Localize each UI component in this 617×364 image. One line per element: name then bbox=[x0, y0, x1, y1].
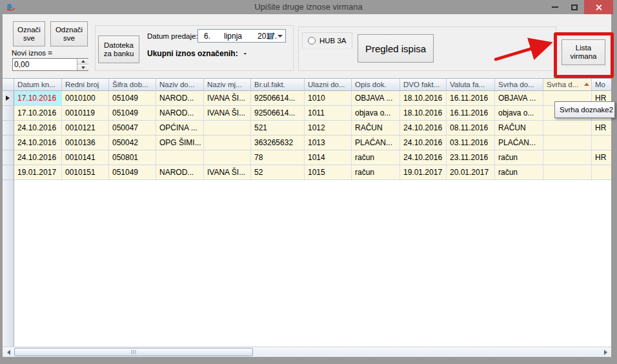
grid-cell[interactable]: RAČUN bbox=[352, 121, 400, 136]
grid-cell[interactable]: 19.01.2017 bbox=[14, 165, 62, 180]
grid-cell[interactable]: 0010136 bbox=[62, 136, 109, 150]
grid-cell[interactable]: objava o... bbox=[352, 106, 400, 121]
grid-cell[interactable]: IVANA ŠI... bbox=[204, 165, 251, 180]
grid-cell[interactable]: 24.10.2016 bbox=[400, 150, 447, 165]
column-header[interactable]: Br.ul.fakt. bbox=[251, 79, 305, 91]
grid-cell[interactable]: 1014 bbox=[305, 150, 352, 165]
grid-cell[interactable]: 16.11.2016 bbox=[447, 91, 495, 106]
column-header[interactable]: Ulazni do... bbox=[305, 79, 352, 91]
grid-cell[interactable]: RAČUN bbox=[495, 121, 543, 136]
grid-cell[interactable]: 1011 bbox=[305, 106, 352, 121]
scroll-left-button[interactable] bbox=[4, 348, 14, 356]
grid-cell[interactable]: 18.10.2016 bbox=[400, 91, 447, 106]
grid-cell[interactable]: 0010151 bbox=[62, 165, 109, 180]
grid-cell[interactable]: PLAĆAN... bbox=[352, 136, 400, 150]
grid-cell[interactable] bbox=[204, 136, 251, 150]
calendar-icon[interactable]: ▦ bbox=[267, 32, 274, 40]
grid-cell[interactable]: 03.11.2016 bbox=[447, 136, 495, 150]
column-header[interactable]: Šifra dob... bbox=[109, 79, 156, 91]
grid-cell[interactable]: NAROD... bbox=[156, 165, 204, 180]
date-picker[interactable]: 6. lipnja 2017. ▦ bbox=[197, 29, 286, 43]
date-day[interactable]: 6. bbox=[204, 32, 210, 41]
grid-cell[interactable]: 0010100 bbox=[62, 91, 109, 106]
scroll-right-button[interactable] bbox=[601, 348, 611, 356]
grid-cell[interactable] bbox=[543, 136, 592, 150]
grid-cell[interactable]: OBJAVA ... bbox=[352, 91, 400, 106]
grid-cell[interactable] bbox=[156, 150, 204, 165]
grid-cell[interactable]: 0010119 bbox=[62, 106, 109, 121]
grid-cell[interactable]: 19.01.2017 bbox=[400, 165, 447, 180]
grid-cell[interactable]: 050047 bbox=[109, 121, 156, 136]
grid-cell[interactable]: OPG ŠIMI... bbox=[156, 136, 204, 150]
column-header[interactable]: Opis dok. bbox=[352, 79, 400, 91]
grid-cell[interactable]: 78 bbox=[251, 150, 305, 165]
deselect-all-button[interactable]: Odznači sve bbox=[50, 21, 88, 46]
grid-cell[interactable]: 92506614... bbox=[251, 106, 305, 121]
column-header[interactable]: Naziv mj... bbox=[204, 79, 251, 91]
grid-cell[interactable]: račun bbox=[495, 150, 543, 165]
grid-cell[interactable]: 17.10.2016 bbox=[14, 106, 62, 121]
column-header[interactable]: DVO fakt... bbox=[400, 79, 447, 91]
grid-corner[interactable] bbox=[3, 79, 14, 91]
column-header[interactable]: Valuta fa... bbox=[447, 79, 495, 91]
new-amount-input[interactable] bbox=[14, 59, 74, 70]
grid-cell[interactable]: 1010 bbox=[305, 91, 352, 106]
grid-cell[interactable]: 051049 bbox=[109, 106, 156, 121]
grid-cell[interactable]: 23.11.2016 bbox=[447, 150, 495, 165]
grid-cell[interactable]: 16.11.2016 bbox=[447, 106, 495, 121]
grid-cell[interactable]: OPĆINA ... bbox=[156, 121, 204, 136]
grid-cell[interactable]: 92506614... bbox=[251, 91, 305, 106]
grid-cell[interactable]: objava o... bbox=[495, 106, 543, 121]
spin-down-button[interactable] bbox=[77, 65, 88, 70]
bank-file-button[interactable]: Datoteka za banku bbox=[98, 35, 139, 63]
column-header[interactable]: Naziv do... bbox=[156, 79, 204, 91]
grid-cell[interactable]: NAROD... bbox=[156, 91, 204, 106]
grid-cell[interactable]: 52 bbox=[251, 165, 305, 180]
grid-cell[interactable]: 18.10.2016 bbox=[400, 106, 447, 121]
grid-cell[interactable] bbox=[592, 165, 611, 180]
window-minimize-button[interactable] bbox=[546, 0, 564, 14]
grid-cell[interactable]: 20.01.2017 bbox=[447, 165, 495, 180]
grid-cell[interactable] bbox=[543, 121, 592, 136]
grid-cell[interactable]: 0010141 bbox=[62, 150, 109, 165]
grid-cell[interactable]: 17.10.2016 bbox=[14, 91, 62, 106]
grid-cell[interactable]: IVANA ŠI... bbox=[204, 106, 251, 121]
grid-cell[interactable]: NAROD... bbox=[156, 106, 204, 121]
grid-cell[interactable] bbox=[543, 165, 592, 180]
grid-cell[interactable] bbox=[543, 150, 592, 165]
grid-cell[interactable]: OBJAVA ... bbox=[495, 91, 543, 106]
grid-cell[interactable]: 0010121 bbox=[62, 121, 109, 136]
grid-cell[interactable]: 1013 bbox=[305, 136, 352, 150]
window-close-button[interactable] bbox=[584, 0, 613, 14]
grid-cell[interactable]: 24.10.2016 bbox=[14, 121, 62, 136]
grid-cell[interactable]: 24.10.2016 bbox=[14, 150, 62, 165]
date-month[interactable]: lipnja bbox=[224, 32, 242, 41]
column-header[interactable]: Datum kn... bbox=[14, 79, 62, 91]
row-header[interactable] bbox=[3, 91, 14, 106]
grid-cell[interactable]: 521 bbox=[251, 121, 305, 136]
column-header[interactable]: Redni broj bbox=[62, 79, 109, 91]
row-header[interactable] bbox=[3, 165, 14, 180]
column-header[interactable]: Mo bbox=[592, 79, 611, 91]
chevron-down-icon[interactable] bbox=[278, 35, 283, 37]
horizontal-scrollbar[interactable] bbox=[3, 347, 611, 356]
row-header[interactable] bbox=[3, 150, 14, 165]
grid-cell[interactable]: 051049 bbox=[109, 91, 156, 106]
grid-cell[interactable]: HR bbox=[592, 121, 611, 136]
grid-cell[interactable]: HR bbox=[592, 150, 611, 165]
grid-cell[interactable]: račun bbox=[352, 165, 400, 180]
row-header[interactable] bbox=[3, 136, 14, 150]
column-header[interactable]: Svrha d... bbox=[543, 79, 592, 91]
grid-cell[interactable]: 24.10.2016 bbox=[14, 136, 62, 150]
hub3a-radio[interactable] bbox=[308, 37, 316, 45]
grid-cell[interactable]: 050801 bbox=[109, 150, 156, 165]
scrollbar-thumb[interactable] bbox=[14, 348, 253, 356]
grid-cell[interactable] bbox=[204, 121, 251, 136]
grid-cell[interactable]: 08.11.2016 bbox=[447, 121, 495, 136]
window-maximize-button[interactable] bbox=[565, 0, 583, 14]
select-all-button[interactable]: Označi sve bbox=[13, 21, 45, 46]
grid-cell[interactable]: 24.10.2016 bbox=[400, 121, 447, 136]
grid-cell[interactable] bbox=[592, 136, 611, 150]
spin-up-button[interactable] bbox=[77, 59, 88, 65]
grid-cell[interactable]: račun bbox=[352, 150, 400, 165]
